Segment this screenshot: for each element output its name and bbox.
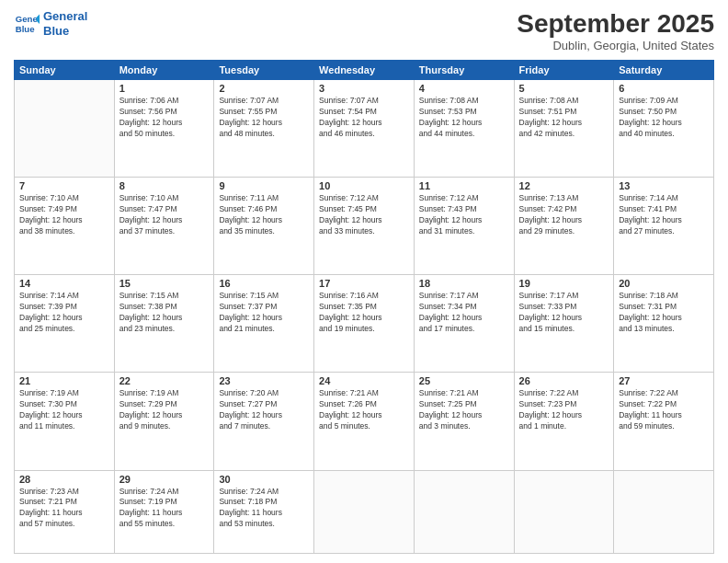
day-info: Sunrise: 7:19 AM Sunset: 7:30 PM Dayligh… xyxy=(19,388,109,432)
day-number: 14 xyxy=(19,278,109,289)
logo-text: General Blue xyxy=(43,9,87,38)
day-number: 19 xyxy=(519,278,609,289)
day-number: 22 xyxy=(119,375,210,386)
day-number: 9 xyxy=(219,180,309,191)
day-number: 12 xyxy=(519,180,609,191)
header-row: Sunday Monday Tuesday Wednesday Thursday… xyxy=(15,61,714,80)
day-info: Sunrise: 7:24 AM Sunset: 7:18 PM Dayligh… xyxy=(219,487,309,531)
day-info: Sunrise: 7:22 AM Sunset: 7:23 PM Dayligh… xyxy=(519,388,609,432)
day-info: Sunrise: 7:07 AM Sunset: 7:55 PM Dayligh… xyxy=(219,96,309,140)
calendar-cell: 17Sunrise: 7:16 AM Sunset: 7:35 PM Dayli… xyxy=(314,275,415,373)
logo: General Blue General Blue xyxy=(14,9,87,38)
day-info: Sunrise: 7:23 AM Sunset: 7:21 PM Dayligh… xyxy=(19,487,109,531)
calendar-cell: 27Sunrise: 7:22 AM Sunset: 7:22 PM Dayli… xyxy=(614,373,714,470)
calendar-cell xyxy=(15,80,115,178)
day-info: Sunrise: 7:09 AM Sunset: 7:50 PM Dayligh… xyxy=(619,96,709,140)
day-info: Sunrise: 7:14 AM Sunset: 7:39 PM Dayligh… xyxy=(19,291,109,335)
day-info: Sunrise: 7:12 AM Sunset: 7:45 PM Dayligh… xyxy=(319,193,409,237)
day-info: Sunrise: 7:21 AM Sunset: 7:26 PM Dayligh… xyxy=(319,388,409,432)
calendar-cell: 22Sunrise: 7:19 AM Sunset: 7:29 PM Dayli… xyxy=(114,373,214,470)
calendar-cell: 1Sunrise: 7:06 AM Sunset: 7:56 PM Daylig… xyxy=(114,80,214,178)
logo-line1: General xyxy=(43,9,87,23)
calendar-cell: 5Sunrise: 7:08 AM Sunset: 7:51 PM Daylig… xyxy=(514,80,614,178)
svg-text:Blue: Blue xyxy=(16,23,35,33)
day-number: 23 xyxy=(219,375,309,386)
day-number: 28 xyxy=(19,474,109,485)
col-saturday: Saturday xyxy=(614,61,714,80)
day-number: 18 xyxy=(419,278,509,289)
month-title: September 2025 xyxy=(517,9,714,39)
calendar-cell xyxy=(514,470,614,554)
week-row-3: 14Sunrise: 7:14 AM Sunset: 7:39 PM Dayli… xyxy=(15,275,714,373)
day-info: Sunrise: 7:14 AM Sunset: 7:41 PM Dayligh… xyxy=(619,193,709,237)
logo-line2: Blue xyxy=(43,24,69,38)
day-number: 11 xyxy=(419,180,509,191)
day-info: Sunrise: 7:17 AM Sunset: 7:34 PM Dayligh… xyxy=(419,291,509,335)
day-info: Sunrise: 7:20 AM Sunset: 7:27 PM Dayligh… xyxy=(219,388,309,432)
calendar-cell: 19Sunrise: 7:17 AM Sunset: 7:33 PM Dayli… xyxy=(514,275,614,373)
day-info: Sunrise: 7:19 AM Sunset: 7:29 PM Dayligh… xyxy=(119,388,210,432)
calendar-cell: 6Sunrise: 7:09 AM Sunset: 7:50 PM Daylig… xyxy=(614,80,714,178)
calendar-cell: 15Sunrise: 7:15 AM Sunset: 7:38 PM Dayli… xyxy=(114,275,214,373)
day-info: Sunrise: 7:11 AM Sunset: 7:46 PM Dayligh… xyxy=(219,193,309,237)
col-friday: Friday xyxy=(514,61,614,80)
day-info: Sunrise: 7:08 AM Sunset: 7:51 PM Dayligh… xyxy=(519,96,609,140)
day-info: Sunrise: 7:21 AM Sunset: 7:25 PM Dayligh… xyxy=(419,388,509,432)
calendar-cell: 25Sunrise: 7:21 AM Sunset: 7:25 PM Dayli… xyxy=(414,373,514,470)
day-info: Sunrise: 7:15 AM Sunset: 7:37 PM Dayligh… xyxy=(219,291,309,335)
calendar-cell: 28Sunrise: 7:23 AM Sunset: 7:21 PM Dayli… xyxy=(15,470,115,554)
calendar-cell xyxy=(614,470,714,554)
week-row-4: 21Sunrise: 7:19 AM Sunset: 7:30 PM Dayli… xyxy=(15,373,714,470)
calendar-cell: 18Sunrise: 7:17 AM Sunset: 7:34 PM Dayli… xyxy=(414,275,514,373)
day-info: Sunrise: 7:07 AM Sunset: 7:54 PM Dayligh… xyxy=(319,96,409,140)
day-number: 29 xyxy=(119,474,210,485)
calendar-cell: 29Sunrise: 7:24 AM Sunset: 7:19 PM Dayli… xyxy=(114,470,214,554)
day-number: 5 xyxy=(519,83,609,94)
calendar-cell: 11Sunrise: 7:12 AM Sunset: 7:43 PM Dayli… xyxy=(414,178,514,275)
day-info: Sunrise: 7:12 AM Sunset: 7:43 PM Dayligh… xyxy=(419,193,509,237)
calendar-table: Sunday Monday Tuesday Wednesday Thursday… xyxy=(14,60,714,554)
calendar-cell: 8Sunrise: 7:10 AM Sunset: 7:47 PM Daylig… xyxy=(114,178,214,275)
logo-icon: General Blue xyxy=(14,11,40,37)
svg-text:General: General xyxy=(16,14,40,24)
day-info: Sunrise: 7:13 AM Sunset: 7:42 PM Dayligh… xyxy=(519,193,609,237)
calendar-cell: 3Sunrise: 7:07 AM Sunset: 7:54 PM Daylig… xyxy=(314,80,415,178)
calendar-cell: 16Sunrise: 7:15 AM Sunset: 7:37 PM Dayli… xyxy=(214,275,314,373)
col-thursday: Thursday xyxy=(414,61,514,80)
calendar-cell: 23Sunrise: 7:20 AM Sunset: 7:27 PM Dayli… xyxy=(214,373,314,470)
week-row-1: 1Sunrise: 7:06 AM Sunset: 7:56 PM Daylig… xyxy=(15,80,714,178)
calendar-cell: 10Sunrise: 7:12 AM Sunset: 7:45 PM Dayli… xyxy=(314,178,415,275)
calendar-cell: 20Sunrise: 7:18 AM Sunset: 7:31 PM Dayli… xyxy=(614,275,714,373)
day-number: 16 xyxy=(219,278,309,289)
day-info: Sunrise: 7:24 AM Sunset: 7:19 PM Dayligh… xyxy=(119,487,210,531)
day-number: 13 xyxy=(619,180,709,191)
col-tuesday: Tuesday xyxy=(214,61,314,80)
day-number: 20 xyxy=(619,278,709,289)
day-number: 21 xyxy=(19,375,109,386)
calendar-cell: 24Sunrise: 7:21 AM Sunset: 7:26 PM Dayli… xyxy=(314,373,415,470)
day-number: 3 xyxy=(319,83,409,94)
calendar-cell: 2Sunrise: 7:07 AM Sunset: 7:55 PM Daylig… xyxy=(214,80,314,178)
day-info: Sunrise: 7:22 AM Sunset: 7:22 PM Dayligh… xyxy=(619,388,709,432)
day-number: 6 xyxy=(619,83,709,94)
header: General Blue General Blue September 2025… xyxy=(14,9,714,52)
day-number: 17 xyxy=(319,278,409,289)
calendar-cell: 12Sunrise: 7:13 AM Sunset: 7:42 PM Dayli… xyxy=(514,178,614,275)
day-info: Sunrise: 7:16 AM Sunset: 7:35 PM Dayligh… xyxy=(319,291,409,335)
page: General Blue General Blue September 2025… xyxy=(0,0,728,563)
calendar-cell: 9Sunrise: 7:11 AM Sunset: 7:46 PM Daylig… xyxy=(214,178,314,275)
calendar-cell: 4Sunrise: 7:08 AM Sunset: 7:53 PM Daylig… xyxy=(414,80,514,178)
col-sunday: Sunday xyxy=(15,61,115,80)
day-number: 8 xyxy=(119,180,210,191)
col-wednesday: Wednesday xyxy=(314,61,415,80)
week-row-2: 7Sunrise: 7:10 AM Sunset: 7:49 PM Daylig… xyxy=(15,178,714,275)
calendar-cell: 14Sunrise: 7:14 AM Sunset: 7:39 PM Dayli… xyxy=(15,275,115,373)
location: Dublin, Georgia, United States xyxy=(517,39,714,52)
day-number: 30 xyxy=(219,474,309,485)
day-info: Sunrise: 7:15 AM Sunset: 7:38 PM Dayligh… xyxy=(119,291,210,335)
calendar-cell xyxy=(314,470,415,554)
col-monday: Monday xyxy=(114,61,214,80)
day-info: Sunrise: 7:08 AM Sunset: 7:53 PM Dayligh… xyxy=(419,96,509,140)
day-info: Sunrise: 7:10 AM Sunset: 7:49 PM Dayligh… xyxy=(19,193,109,237)
day-number: 15 xyxy=(119,278,210,289)
